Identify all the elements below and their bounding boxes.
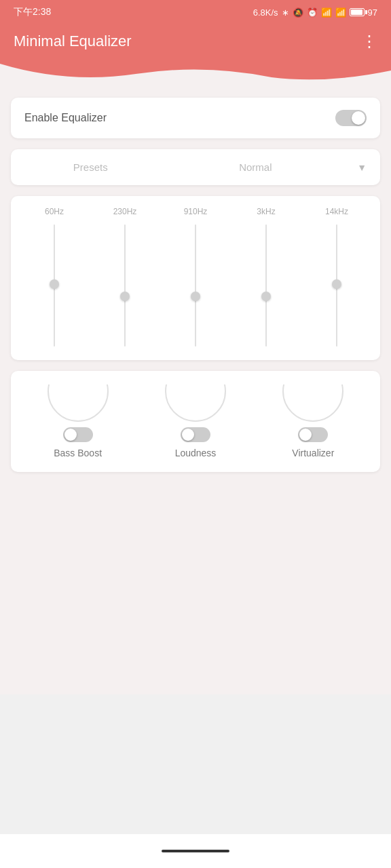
eq-band-3khz: 3kHz [246, 207, 286, 347]
app-title: Minimal Equalizer [14, 33, 132, 50]
nav-bar [0, 834, 391, 868]
chevron-down-icon: ▼ [357, 162, 367, 173]
virtualizer-knob-container [282, 384, 343, 422]
wave-decoration [0, 64, 391, 84]
presets-label: Presets [24, 161, 156, 173]
virtualizer-toggle[interactable] [298, 427, 328, 442]
slider-track-60hz[interactable] [54, 224, 55, 347]
more-options-icon[interactable]: ⋮ [361, 33, 377, 50]
slider-knob-910hz[interactable] [191, 292, 200, 301]
slider-knob-60hz[interactable] [50, 279, 59, 289]
main-content: Enable Equalizer Presets Normal ▼ 60Hz 2… [0, 84, 391, 694]
preset-value: Normal [156, 161, 354, 173]
alarm-icon: ⏰ [307, 7, 318, 18]
slider-track-14khz[interactable] [336, 224, 337, 347]
band-label-230hz: 230Hz [113, 207, 137, 216]
loudness-toggle-knob [182, 429, 194, 441]
eq-band-14khz: 14kHz [316, 207, 357, 347]
band-label-14khz: 14kHz [325, 207, 348, 216]
eq-bands: 60Hz 230Hz 910Hz 3kHz [19, 207, 372, 347]
slider-knob-3khz[interactable] [261, 292, 271, 301]
loudness-knob-container [165, 384, 226, 422]
slider-track-3khz[interactable] [265, 224, 267, 347]
eq-band-60hz: 60Hz [34, 207, 75, 347]
signal-icon: 📶 [321, 7, 332, 18]
effect-loudness: Loudness [165, 384, 226, 458]
status-bar: 下午2:38 6.8K/s ∗ 🔕 ⏰ 📶 📶 97 [0, 0, 391, 24]
effects-card: Bass Boost Loudness Virtualizer [11, 371, 380, 472]
loudness-knob[interactable] [165, 384, 226, 422]
slider-knob-14khz[interactable] [332, 279, 341, 289]
enable-equalizer-label: Enable Equalizer [24, 112, 107, 124]
top-bar: Minimal Equalizer ⋮ [0, 24, 391, 64]
band-label-60hz: 60Hz [45, 207, 64, 216]
enable-equalizer-card: Enable Equalizer [11, 98, 380, 138]
bluetooth-icon: ∗ [282, 7, 289, 18]
enable-equalizer-row: Enable Equalizer [11, 98, 380, 138]
battery-icon [350, 8, 365, 16]
effect-bass-boost: Bass Boost [48, 384, 109, 458]
battery-percent: 97 [368, 7, 377, 18]
virtualizer-toggle-knob [299, 429, 312, 441]
slider-track-230hz[interactable] [124, 224, 126, 347]
band-label-910hz: 910Hz [184, 207, 208, 216]
battery-fill [351, 9, 362, 15]
bass-boost-knob-container [48, 384, 109, 422]
bass-boost-knob[interactable] [48, 384, 109, 422]
wifi-icon: 📶 [335, 7, 346, 18]
virtualizer-label: Virtualizer [292, 448, 334, 458]
status-time: 下午2:38 [14, 6, 51, 18]
toggle-knob [352, 111, 365, 125]
band-label-3khz: 3kHz [257, 207, 275, 216]
equalizer-sliders-card: 60Hz 230Hz 910Hz 3kHz [11, 196, 380, 360]
presets-row: Presets Normal ▼ [11, 149, 380, 185]
loudness-toggle[interactable] [181, 427, 210, 442]
loudness-label: Loudness [175, 448, 217, 458]
virtualizer-knob[interactable] [282, 384, 343, 422]
bass-boost-label: Bass Boost [54, 448, 102, 458]
effects-row: Bass Boost Loudness Virtualizer [19, 384, 372, 458]
presets-card[interactable]: Presets Normal ▼ [11, 149, 380, 185]
nav-bar-handle [162, 850, 229, 852]
effect-virtualizer: Virtualizer [282, 384, 343, 458]
eq-band-910hz: 910Hz [175, 207, 216, 347]
bass-boost-toggle[interactable] [63, 427, 93, 442]
bass-boost-toggle-knob [64, 429, 77, 441]
eq-band-230hz: 230Hz [105, 207, 145, 347]
slider-track-910hz[interactable] [195, 224, 196, 347]
mute-icon: 🔕 [293, 7, 303, 18]
network-speed: 6.8K/s [253, 7, 278, 18]
enable-equalizer-toggle[interactable] [335, 110, 367, 126]
status-icons: 6.8K/s ∗ 🔕 ⏰ 📶 📶 97 [253, 7, 377, 18]
slider-knob-230hz[interactable] [120, 292, 130, 301]
